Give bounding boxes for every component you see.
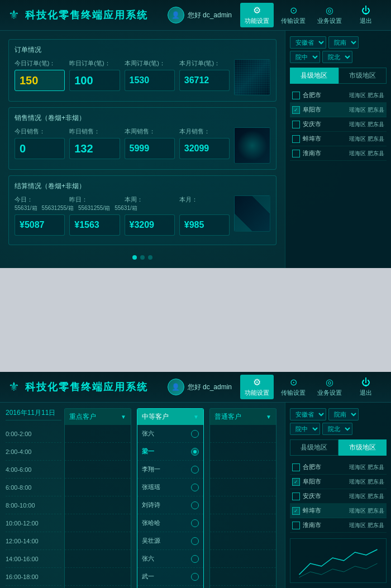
med-slot-4[interactable]: 刘诗诗 bbox=[137, 496, 203, 514]
region2-item-2[interactable]: 安庆市 瑶海区 肥东县 bbox=[290, 489, 387, 504]
settle-label-0: 今日： bbox=[15, 195, 65, 204]
level-select-2[interactable]: 院中 bbox=[290, 423, 320, 435]
med-radio-4[interactable] bbox=[191, 501, 199, 509]
region-item-4[interactable]: 淮南市 瑶海区 肥东县 bbox=[290, 146, 387, 161]
dot-1-1[interactable] bbox=[140, 255, 145, 260]
med-slot-3[interactable]: 张瑶瑶 bbox=[137, 479, 203, 496]
region-check-0[interactable] bbox=[292, 92, 300, 99]
right-sidebar-2: 安徽省 院南 院中 院北 县级地区 市级地区 合肥市 bbox=[285, 403, 391, 588]
province-select-1[interactable]: 安徽省 bbox=[290, 36, 326, 49]
settle-sub-3: 55631/箱 bbox=[115, 204, 137, 212]
region2-check-0[interactable] bbox=[292, 463, 300, 471]
nav-business-1[interactable]: ◎ 业务设置 bbox=[313, 3, 346, 27]
level-select-1[interactable]: 院中 bbox=[290, 51, 320, 63]
city-tab-2[interactable]: 市级地区 bbox=[338, 439, 387, 456]
header-right-2: 👤 您好 dc_admin ⚙ 功能设置 ⊙ 传输设置 ◎ 业务设置 ⏻ 退出 bbox=[168, 375, 383, 399]
region-item-3[interactable]: 蚌埠市 瑶海区 肥东县 bbox=[290, 132, 387, 146]
med-radio-6[interactable] bbox=[191, 537, 199, 545]
region2-item-4[interactable]: 淮南市 瑶海区 肥东县 bbox=[290, 518, 387, 533]
orders-val-1: 100 bbox=[74, 74, 93, 87]
region-item-0[interactable]: 合肥市 瑶海区 肥东县 bbox=[290, 88, 387, 103]
settlement-title: 结算情况（卷烟+非烟） bbox=[15, 181, 270, 191]
medium-customers-label: 中等客户 bbox=[142, 412, 169, 422]
region-check-3[interactable] bbox=[292, 135, 300, 143]
med-name-7: 张六 bbox=[142, 554, 154, 563]
region-tabs-1: 县级地区 市级地区 bbox=[290, 68, 387, 84]
region2-check-2[interactable] bbox=[292, 493, 300, 500]
nav-business-2[interactable]: ◎ 业务设置 bbox=[313, 375, 346, 399]
med-slot-6[interactable]: 吴壮源 bbox=[137, 532, 203, 550]
nav-func-2[interactable]: ⚙ 功能设置 bbox=[240, 375, 274, 399]
region-sub2-2: 肥东县 bbox=[368, 121, 384, 128]
med-slot-8[interactable]: 武一 bbox=[137, 568, 203, 586]
med-radio-0[interactable] bbox=[191, 430, 199, 438]
region-check-2[interactable] bbox=[292, 121, 300, 128]
region2-check-4[interactable] bbox=[292, 522, 300, 529]
key-slot-6 bbox=[65, 532, 131, 550]
region2-sub2-1: 肥东县 bbox=[368, 478, 384, 486]
nav-exit-2[interactable]: ⏻ 退出 bbox=[349, 375, 383, 399]
dot-1-2[interactable] bbox=[148, 255, 152, 260]
region-name-1: 阜阳市 bbox=[303, 106, 347, 114]
med-slot-5[interactable]: 张哈哈 bbox=[137, 514, 203, 532]
med-slot-0[interactable]: 张六 bbox=[137, 425, 203, 443]
settle-val-1: ¥1563 bbox=[74, 220, 99, 230]
regular-customers-header: 普通客户 ▼ bbox=[210, 409, 276, 425]
area-select-1[interactable]: 院南 bbox=[328, 36, 359, 49]
region2-item-1[interactable]: ✓ 阜阳市 瑶海区 肥东县 bbox=[290, 475, 387, 489]
carousel-dots-1 bbox=[8, 251, 276, 264]
med-radio-7[interactable] bbox=[191, 555, 199, 563]
region2-item-0[interactable]: 合肥市 瑶海区 肥东县 bbox=[290, 460, 387, 475]
county-tab-2[interactable]: 县级地区 bbox=[290, 439, 338, 456]
logo-icon: ⚜ bbox=[8, 8, 20, 22]
area-select-2[interactable]: 院南 bbox=[328, 408, 359, 420]
region-item-2[interactable]: 安庆市 瑶海区 肥东县 bbox=[290, 117, 387, 132]
settle-label-3: 本月： bbox=[179, 195, 230, 204]
settle-val-2: ¥3209 bbox=[130, 220, 155, 230]
key-customers-label: 重点客户 bbox=[69, 412, 96, 422]
med-radio-1[interactable] bbox=[191, 448, 199, 456]
north-select-1[interactable]: 院北 bbox=[322, 51, 352, 63]
sales-card-3: 32099 bbox=[179, 138, 230, 159]
med-radio-2[interactable] bbox=[191, 466, 199, 474]
nav-exit-1[interactable]: ⏻ 退出 bbox=[349, 3, 383, 27]
dot-1-0[interactable] bbox=[132, 255, 137, 260]
med-radio-8[interactable] bbox=[191, 573, 199, 581]
med-slot-7[interactable]: 张六 bbox=[137, 550, 203, 568]
reg-slot-7 bbox=[210, 550, 276, 568]
nav-transfer-1[interactable]: ⊙ 传输设置 bbox=[276, 3, 310, 27]
region-check-1[interactable]: ✓ bbox=[292, 106, 300, 114]
region2-check-1[interactable]: ✓ bbox=[292, 478, 300, 486]
settle-val-0: ¥5087 bbox=[20, 220, 45, 230]
nav-transfer-label-2: 传输设置 bbox=[281, 389, 306, 397]
county-tab-1[interactable]: 县级地区 bbox=[290, 68, 338, 84]
sales-label-3: 本月销售： bbox=[179, 127, 230, 136]
north-select-2[interactable]: 院北 bbox=[322, 423, 352, 435]
region2-check-3[interactable]: ✓ bbox=[292, 507, 300, 515]
sales-val-3: 32099 bbox=[184, 144, 209, 154]
med-slot-2[interactable]: 李翔一 bbox=[137, 461, 203, 479]
region-check-4[interactable] bbox=[292, 150, 300, 157]
region2-item-3[interactable]: ✓ 蚌埠市 瑶海区 肥东县 bbox=[290, 504, 387, 518]
province-select-2[interactable]: 安徽省 bbox=[290, 408, 326, 420]
med-radio-3[interactable] bbox=[191, 484, 199, 491]
region-name-0: 合肥市 bbox=[303, 91, 347, 99]
time-4: 8:00-10:00 bbox=[6, 496, 61, 514]
settle-val-3: ¥985 bbox=[184, 220, 204, 230]
region2-name-4: 淮南市 bbox=[303, 521, 347, 529]
city-tab-1[interactable]: 市级地区 bbox=[338, 68, 387, 84]
med-slot-1[interactable]: 梁一 bbox=[137, 443, 203, 461]
med-name-5: 张哈哈 bbox=[142, 519, 160, 527]
nav-func-1[interactable]: ⚙ 功能设置 bbox=[240, 3, 274, 27]
reg-slot-4 bbox=[210, 496, 276, 514]
med-slot-9[interactable]: 李翔一 bbox=[137, 586, 203, 588]
nav-transfer-2[interactable]: ⊙ 传输设置 bbox=[276, 375, 310, 399]
med-radio-5[interactable] bbox=[191, 519, 199, 527]
region-tabs-2: 县级地区 市级地区 bbox=[290, 439, 387, 456]
region-item-1[interactable]: ✓ 阜阳市 瑶海区 肥东县 bbox=[290, 103, 387, 117]
orders-label-3: 本月订单(笔)： bbox=[179, 59, 230, 68]
region-name-3: 蚌埠市 bbox=[303, 135, 347, 143]
region-sub2-0: 肥东县 bbox=[368, 92, 384, 99]
settle-sub-0: 55631/箱 bbox=[15, 204, 37, 212]
med-name-4: 刘诗诗 bbox=[142, 501, 160, 509]
